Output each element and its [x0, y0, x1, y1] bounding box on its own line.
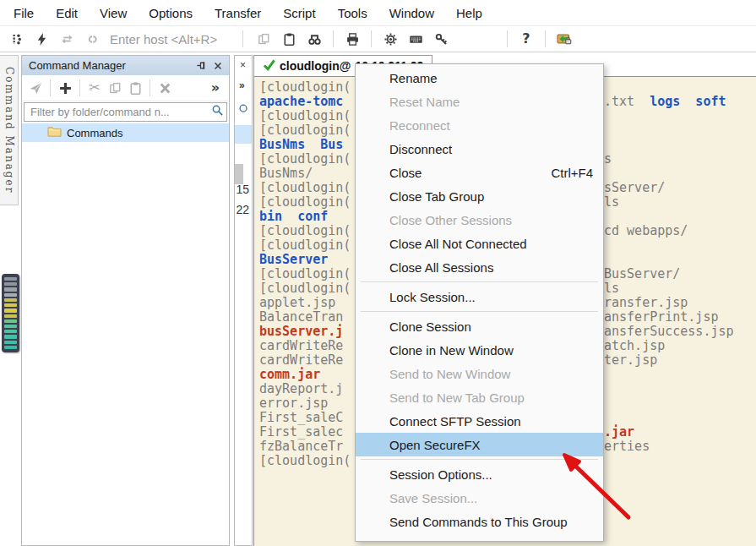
menu-item-close-all-not-connected[interactable]: Close All Not Connected [356, 232, 603, 255]
menu-item-label: Connect SFTP Session [389, 414, 521, 429]
terminal-line-left: [cloudlogin( [259, 281, 351, 296]
terminal-line-left: [cloudlogin( [259, 194, 351, 210]
menubar-item-script[interactable]: Script [272, 6, 326, 20]
menu-item-rename[interactable]: Rename [356, 66, 603, 90]
cm-paste-gray-icon[interactable] [125, 78, 145, 98]
cm-overflow-icon[interactable]: » [205, 78, 226, 98]
terminal-line-left: [cloudlogin( [259, 266, 351, 281]
terminal-line-right: ansferPrint.jsp [604, 310, 718, 325]
toolbar: ? [0, 25, 756, 52]
host-input[interactable] [108, 31, 238, 47]
toolbar-reconnect-icon[interactable] [56, 29, 78, 49]
menu-item-save-session[interactable]: Save Session... [356, 486, 603, 510]
menu-item-reconnect[interactable]: Reconnect [356, 113, 603, 137]
toolbar-paste-icon[interactable] [278, 29, 300, 49]
cm-delete-icon[interactable] [155, 78, 175, 98]
cm-cut-icon[interactable]: ✂ [84, 78, 105, 98]
menu-item-close[interactable]: CloseCtrl+F4 [356, 161, 603, 184]
close-icon[interactable] [210, 58, 226, 74]
toolbar-quick-connect-icon[interactable] [30, 29, 52, 49]
menubar-item-window[interactable]: Window [378, 6, 445, 20]
toolbar-separator [242, 30, 243, 47]
filter-input[interactable] [29, 105, 211, 119]
terminal-line-right: ls [604, 195, 619, 210]
toolbar-disconnect-icon[interactable] [81, 29, 103, 49]
chevrons-icon[interactable]: » [239, 79, 245, 91]
terminal-line-right: .jar [604, 425, 634, 440]
terminal-line-left: [cloudlogin( [259, 123, 351, 138]
toolbar-find-icon[interactable] [303, 29, 325, 49]
menu-item-label: Send Commands to This Group [389, 515, 568, 529]
toolbar-securefx-icon[interactable] [553, 29, 575, 49]
connected-check-icon [263, 58, 275, 74]
menu-item-label: Disconnect [389, 142, 452, 156]
toolbar-separator [545, 30, 546, 47]
menu-item-label: Reset Name [389, 95, 460, 109]
menu-item-close-tab-group[interactable]: Close Tab Group [356, 184, 603, 208]
menu-item-connect-sftp-session[interactable]: Connect SFTP Session [356, 409, 603, 433]
toolbar-print-icon[interactable] [341, 29, 363, 49]
menu-item-lock-session[interactable]: Lock Session... [356, 285, 603, 308]
cm-send-commands-icon[interactable] [25, 78, 46, 98]
pin-icon[interactable] [193, 58, 209, 74]
menubar-item-tools[interactable]: Tools [327, 6, 378, 20]
menubar-item-view[interactable]: View [89, 6, 138, 20]
menu-item-close-all-sessions[interactable]: Close All Sessions [356, 255, 603, 279]
menu-item-send-to-new-window[interactable]: Send to New Window [356, 362, 603, 385]
toolbar-copy-icon[interactable] [253, 29, 275, 49]
menu-item-reset-name[interactable]: Reset Name [356, 90, 603, 113]
menu-item-label: Close [389, 166, 422, 180]
terminal-line-right: .txt logs soft [604, 95, 726, 109]
cm-copy-icon[interactable] [105, 78, 125, 98]
terminal-line-right: BusServer/ [604, 267, 680, 281]
menubar-item-edit[interactable]: Edit [45, 6, 89, 20]
session-tab-label: cloudlogin@ [280, 59, 351, 73]
terminal-line-right: ansferSuccess.jsp [604, 325, 734, 339]
menu-item-disconnect[interactable]: Disconnect [356, 137, 603, 161]
terminal-line-right: ransfer.jsp [604, 296, 688, 310]
close-icon[interactable]: × [240, 59, 246, 71]
terminal-line-left: BusServer [259, 252, 328, 267]
cm-toolbar-separator [150, 79, 150, 96]
terminal-line-left: comm.jar [259, 367, 320, 382]
menu-item-label: Close All Not Connected [389, 237, 527, 251]
command-manager-titlebar: Command Manager [22, 56, 229, 75]
menu-item-clone-session[interactable]: Clone Session [356, 314, 603, 338]
menu-item-send-to-new-tab-group[interactable]: Send to New Tab Group [356, 385, 603, 409]
cm-toolbar-separator [79, 79, 80, 96]
menubar-item-transfer[interactable]: Transfer [204, 6, 272, 20]
menu-item-send-commands-to-this-group[interactable]: Send Commands to This Group [356, 510, 603, 533]
selection-sliver [235, 125, 252, 144]
toolbar-help-icon[interactable]: ? [515, 29, 537, 49]
menu-item-label: Close All Sessions [389, 260, 493, 275]
menu-item-open-securefx[interactable]: Open SecureFX [356, 433, 603, 456]
terminal-line-left: dayReport.j [259, 381, 343, 396]
toolbar-settings-icon[interactable] [379, 29, 401, 49]
terminal-line-left: cardWriteRe [259, 338, 343, 353]
menu-item-label: Lock Session... [389, 290, 476, 304]
menu-item-session-options[interactable]: Session Options... [356, 462, 603, 486]
menubar-item-file[interactable]: File [3, 6, 45, 20]
menu-item-clone-in-new-window[interactable]: Clone in New Window [356, 338, 603, 362]
toolbar-key-icon[interactable] [430, 29, 452, 49]
sidebar-tab-command-manager[interactable]: Command Manager [0, 55, 19, 205]
toolbar-session-manager-icon[interactable] [5, 29, 27, 49]
menubar-item-options[interactable]: Options [138, 6, 204, 20]
menu-item-close-other-sessions[interactable]: Close Other Sessions [356, 208, 603, 232]
toolbar-connect-group [0, 29, 108, 49]
menubar-item-help[interactable]: Help [445, 6, 493, 20]
hidden-panel-number: 22 [236, 199, 249, 220]
context-menu: RenameReset NameReconnectDisconnectClose… [355, 63, 604, 542]
filter-box [24, 102, 227, 122]
terminal-line-right: ls [604, 281, 619, 296]
terminal-line-left: cardWriteRe [259, 352, 343, 368]
folder-icon [47, 125, 62, 140]
terminal-line-left: [cloudlogin( [259, 180, 351, 195]
cm-add-icon[interactable] [55, 78, 75, 98]
terminal-line-right: atch.jsp [604, 339, 665, 353]
toolbar-keyboard-icon[interactable] [405, 29, 427, 49]
terminal-line-left: error.jsp [259, 396, 328, 411]
terminal-line-left: fzBalanceTr [259, 439, 343, 454]
tree-item-commands[interactable]: Commands [22, 123, 229, 142]
menu-item-label: Save Session... [389, 491, 477, 505]
